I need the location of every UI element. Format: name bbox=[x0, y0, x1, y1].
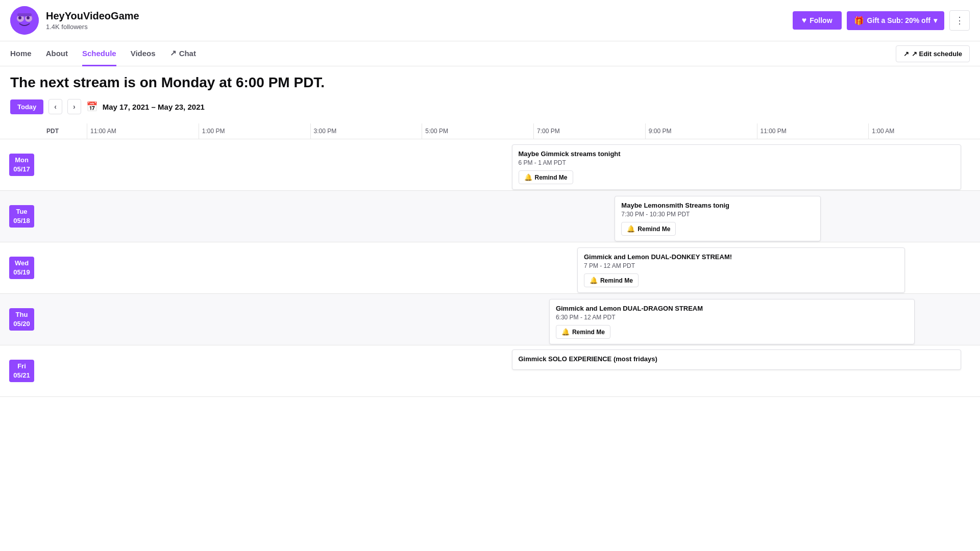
day-name-mon: Mon bbox=[13, 156, 30, 165]
time-slot-900pm: 9:00 PM bbox=[645, 123, 757, 139]
external-link-icon: ↗ bbox=[903, 50, 909, 58]
prev-week-button[interactable]: ‹ bbox=[48, 99, 62, 114]
time-slot-1100am: 11:00 AM bbox=[87, 123, 199, 139]
nav: Home About Schedule Videos ↗ Chat ↗ ↗ Ed… bbox=[0, 41, 980, 66]
event-title-wed-1: Gimmick and Lemon DUAL-DONKEY STREAM! bbox=[584, 253, 898, 261]
bell-icon: 🔔 bbox=[627, 225, 635, 233]
more-options-button[interactable]: ⋮ bbox=[949, 10, 970, 31]
calendar-icon[interactable]: 📅 bbox=[86, 101, 97, 112]
event-card-fri-1[interactable]: Gimmick SOLO EXPERIENCE (most fridays) bbox=[512, 349, 962, 370]
event-time-thu-1: 6:30 PM - 12 AM PDT bbox=[556, 314, 908, 321]
calendar-grid: PDT 11:00 AM 1:00 PM 3:00 PM 5:00 PM 7:0… bbox=[0, 123, 980, 397]
remind-button-wed-1[interactable]: 🔔 Remind Me bbox=[584, 273, 639, 287]
day-row-thu: Thu 05/20 Gimmick and Lemon DUAL-DRAGON … bbox=[0, 294, 980, 345]
time-slot-500pm: 5:00 PM bbox=[422, 123, 533, 139]
timezone-label: PDT bbox=[43, 123, 87, 139]
day-content-wed: Gimmick and Lemon DUAL-DONKEY STREAM! 7 … bbox=[43, 242, 980, 293]
external-link-icon: ↗ bbox=[170, 48, 177, 58]
event-card-thu-1[interactable]: Gimmick and Lemon DUAL-DRAGON STREAM 6:3… bbox=[549, 299, 915, 344]
day-label-thu: Thu 05/20 bbox=[0, 294, 43, 345]
channel-name: HeyYouVideoGame bbox=[46, 10, 793, 22]
follow-label: Follow bbox=[810, 16, 832, 24]
svg-point-0 bbox=[10, 6, 39, 35]
day-content-mon: Maybe Gimmick streams tonight 6 PM - 1 A… bbox=[43, 139, 980, 190]
event-card-wed-1[interactable]: Gimmick and Lemon DUAL-DONKEY STREAM! 7 … bbox=[577, 247, 905, 293]
next-week-button[interactable]: › bbox=[67, 99, 81, 114]
day-label-wed: Wed 05/19 bbox=[0, 242, 43, 293]
event-title-fri-1: Gimmick SOLO EXPERIENCE (most fridays) bbox=[519, 355, 955, 363]
nav-right: ↗ ↗ Edit schedule bbox=[896, 45, 970, 62]
remind-button-mon-1[interactable]: 🔔 Remind Me bbox=[519, 170, 573, 184]
event-card-tue-1[interactable]: Maybe Lemonsmith Streams tonig 7:30 PM -… bbox=[615, 196, 821, 241]
day-row-fri: Fri 05/21 Gimmick SOLO EXPERIENCE (most … bbox=[0, 345, 980, 397]
remind-button-thu-1[interactable]: 🔔 Remind Me bbox=[556, 325, 610, 339]
day-date-wed: 05/19 bbox=[13, 268, 30, 277]
event-time-wed-1: 7 PM - 12 AM PDT bbox=[584, 262, 898, 269]
edit-schedule-label: ↗ Edit schedule bbox=[912, 50, 962, 58]
time-header: PDT 11:00 AM 1:00 PM 3:00 PM 5:00 PM 7:0… bbox=[0, 123, 980, 139]
chat-label: Chat bbox=[179, 49, 196, 58]
time-slot-100pm: 1:00 PM bbox=[199, 123, 310, 139]
channel-info: HeyYouVideoGame 1.4K followers bbox=[46, 10, 793, 31]
day-row-mon: Mon 05/17 Maybe Gimmick streams tonight … bbox=[0, 139, 980, 191]
chevron-down-icon: ▾ bbox=[934, 16, 937, 24]
day-date-thu: 05/20 bbox=[13, 319, 30, 329]
svg-rect-5 bbox=[17, 13, 32, 16]
day-row-tue: Tue 05/18 Maybe Lemonsmith Streams tonig… bbox=[0, 191, 980, 242]
day-name-fri: Fri bbox=[13, 362, 30, 371]
day-date-fri: 05/21 bbox=[13, 371, 30, 380]
remind-label-mon-1: Remind Me bbox=[535, 174, 568, 181]
nav-item-home[interactable]: Home bbox=[10, 42, 32, 66]
time-slot-100am: 1:00 AM bbox=[868, 123, 980, 139]
gift-sub-button[interactable]: 🎁 Gift a Sub: 20% off ▾ bbox=[847, 11, 944, 30]
day-content-fri: Gimmick SOLO EXPERIENCE (most fridays) bbox=[43, 345, 980, 396]
day-badge-mon: Mon 05/17 bbox=[9, 154, 34, 176]
day-badge-tue: Tue 05/18 bbox=[9, 205, 34, 228]
day-date-mon: 05/17 bbox=[13, 165, 30, 174]
today-button[interactable]: Today bbox=[10, 99, 43, 114]
day-badge-wed: Wed 05/19 bbox=[9, 257, 34, 279]
header-actions: ♥ Follow 🎁 Gift a Sub: 20% off ▾ ⋮ bbox=[793, 10, 970, 31]
edit-schedule-button[interactable]: ↗ ↗ Edit schedule bbox=[896, 45, 970, 62]
gift-label: Gift a Sub: 20% off bbox=[867, 16, 930, 24]
svg-point-3 bbox=[18, 16, 21, 19]
remind-label-wed-1: Remind Me bbox=[600, 277, 633, 284]
gift-icon: 🎁 bbox=[854, 16, 864, 26]
day-name-thu: Thu bbox=[13, 310, 30, 319]
bell-icon: 🔔 bbox=[561, 328, 570, 336]
date-navigation: Today ‹ › 📅 May 17, 2021 – May 23, 2021 bbox=[10, 99, 970, 114]
event-card-mon-1[interactable]: Maybe Gimmick streams tonight 6 PM - 1 A… bbox=[512, 144, 962, 190]
channel-avatar[interactable] bbox=[10, 6, 39, 35]
remind-button-tue-1[interactable]: 🔔 Remind Me bbox=[621, 222, 676, 236]
day-row-wed: Wed 05/19 Gimmick and Lemon DUAL-DONKEY … bbox=[0, 242, 980, 294]
event-title-tue-1: Maybe Lemonsmith Streams tonig bbox=[621, 202, 814, 209]
nav-item-chat[interactable]: ↗ Chat bbox=[170, 41, 196, 66]
header: HeyYouVideoGame 1.4K followers ♥ Follow … bbox=[0, 0, 980, 41]
schedule-header: The next stream is on Monday at 6:00 PM … bbox=[0, 66, 980, 118]
date-range: May 17, 2021 – May 23, 2021 bbox=[103, 103, 205, 111]
day-label-fri: Fri 05/21 bbox=[0, 345, 43, 396]
heart-icon: ♥ bbox=[802, 16, 807, 25]
day-badge-fri: Fri 05/21 bbox=[9, 360, 34, 382]
remind-label-tue-1: Remind Me bbox=[638, 226, 670, 233]
nav-item-about[interactable]: About bbox=[46, 42, 68, 66]
followers-count: 1.4K followers bbox=[46, 23, 793, 31]
time-slot-300pm: 3:00 PM bbox=[310, 123, 422, 139]
day-content-tue: Maybe Lemonsmith Streams tonig 7:30 PM -… bbox=[43, 191, 980, 242]
event-title-mon-1: Maybe Gimmick streams tonight bbox=[519, 150, 955, 158]
day-name-tue: Tue bbox=[13, 207, 30, 216]
next-stream-text: The next stream is on Monday at 6:00 PM … bbox=[10, 74, 970, 91]
day-date-tue: 05/18 bbox=[13, 216, 30, 226]
svg-point-4 bbox=[27, 16, 30, 19]
day-name-wed: Wed bbox=[13, 259, 30, 268]
day-badge-thu: Thu 05/20 bbox=[9, 308, 34, 331]
follow-button[interactable]: ♥ Follow bbox=[793, 11, 842, 30]
time-slot-700pm: 7:00 PM bbox=[533, 123, 645, 139]
remind-label-thu-1: Remind Me bbox=[572, 329, 605, 336]
nav-item-videos[interactable]: Videos bbox=[131, 42, 156, 66]
day-label-mon: Mon 05/17 bbox=[0, 139, 43, 190]
nav-item-schedule[interactable]: Schedule bbox=[82, 42, 116, 66]
day-label-tue: Tue 05/18 bbox=[0, 191, 43, 242]
event-title-thu-1: Gimmick and Lemon DUAL-DRAGON STREAM bbox=[556, 305, 908, 312]
bell-icon: 🔔 bbox=[590, 277, 598, 284]
